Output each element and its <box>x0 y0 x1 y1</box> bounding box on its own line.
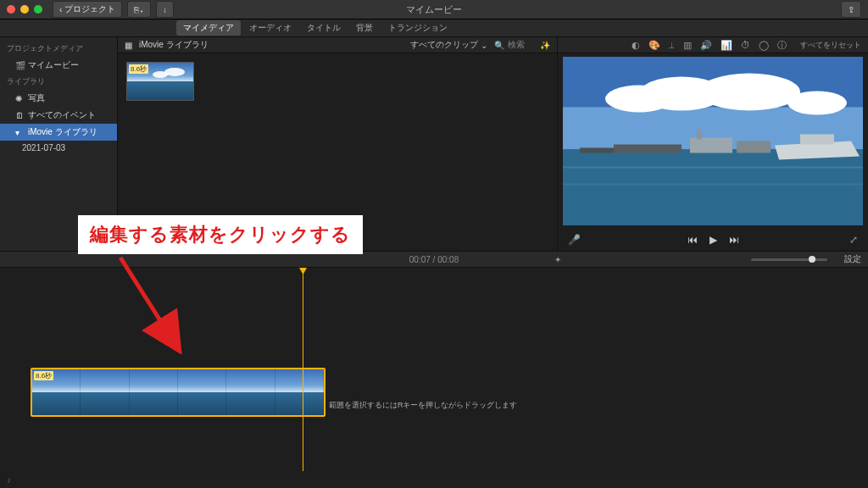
tab-my-media[interactable]: マイメディア <box>176 20 241 36</box>
back-to-projects-button[interactable]: ‹ プロジェクト <box>53 1 122 18</box>
viewer-toolbar: ◐ 🎨 ⟂ ▥ 🔊 📊 ⏱ ◯ ⓘ すべてをリセット <box>558 37 868 53</box>
audio-track-icon: ♪ <box>7 475 11 485</box>
clip-duration-badge: 8.6秒 <box>34 371 53 380</box>
svg-rect-11 <box>614 145 682 153</box>
browser-header: ▦ iMovie ライブラリ すべてのクリップ ⌄ 🔍 検索 ✨ <box>118 37 557 53</box>
share-button[interactable]: ⇪ <box>841 1 861 18</box>
chevron-left-icon: ‹ <box>59 5 62 14</box>
clapper-icon: 🎬 <box>15 61 24 70</box>
browser-title: iMovie ライブラリ <box>139 39 209 51</box>
prev-frame-button[interactable]: ⏮ <box>687 234 698 246</box>
window-controls <box>7 5 42 14</box>
svg-rect-7 <box>690 138 732 153</box>
download-button[interactable]: ↓ <box>156 1 174 18</box>
import-media-button[interactable]: ⎘▾ <box>127 1 151 18</box>
sidebar-item-all-events[interactable]: 🗓 すべてのイベント <box>0 107 117 124</box>
media-clip-thumbnail[interactable]: 8.6秒 <box>126 62 194 101</box>
titlebar: ‹ プロジェクト ⎘▾ ↓ マイムービー ⇪ <box>0 0 868 19</box>
color-balance-icon[interactable]: ◐ <box>632 40 640 51</box>
annotation-callout: 編集する素材をクリックする <box>78 215 363 254</box>
timeline[interactable]: 8.6秒 範囲を選択するにはRキーを押しながらドラッグします ♪ <box>0 268 868 488</box>
settings-button[interactable]: 設定 <box>844 253 861 265</box>
svg-rect-12 <box>580 148 614 153</box>
filter-icon[interactable]: ◯ <box>759 40 769 51</box>
stabilize-icon[interactable]: ▥ <box>683 40 692 51</box>
minimize-window-button[interactable] <box>20 5 29 14</box>
tab-backgrounds[interactable]: 背景 <box>349 20 380 36</box>
range-select-hint: 範囲を選択するにはRキーを押しながらドラッグします <box>329 400 518 411</box>
noise-reduction-icon[interactable]: 📊 <box>721 40 732 51</box>
svg-point-5 <box>698 74 800 111</box>
svg-rect-14 <box>563 184 863 186</box>
preview-viewer: ◐ 🎨 ⟂ ▥ 🔊 📊 ⏱ ◯ ⓘ すべてをリセット <box>557 37 868 251</box>
svg-rect-8 <box>697 130 702 140</box>
svg-rect-13 <box>563 167 863 169</box>
media-tabs: マイメディア オーディオ タイトル 背景 トランジション <box>0 19 868 37</box>
svg-rect-9 <box>737 141 771 153</box>
play-button[interactable]: ▶ <box>709 234 717 246</box>
voiceover-icon[interactable]: 🎤 <box>568 234 581 246</box>
enhance-icon[interactable]: ✨ <box>540 41 550 50</box>
svg-rect-10 <box>800 135 834 145</box>
grid-view-icon[interactable]: ▦ <box>125 41 132 50</box>
volume-icon[interactable]: 🔊 <box>700 40 712 51</box>
share-icon: ⇪ <box>848 5 854 14</box>
search-field[interactable]: 🔍 検索 <box>494 39 525 51</box>
fullscreen-window-button[interactable] <box>34 5 42 14</box>
timeline-clip[interactable]: 8.6秒 <box>31 368 326 417</box>
tab-transitions[interactable]: トランジション <box>381 20 454 36</box>
zoom-slider[interactable] <box>751 258 827 261</box>
photos-icon: ✺ <box>15 94 24 103</box>
search-icon: 🔍 <box>494 41 504 50</box>
download-icon: ↓ <box>163 5 167 14</box>
calendar-icon: 🗓 <box>15 111 24 120</box>
svg-point-6 <box>787 92 847 115</box>
fullscreen-icon[interactable]: ⤢ <box>849 234 858 246</box>
crop-icon[interactable]: ⟂ <box>669 40 675 50</box>
clip-filter-dropdown[interactable]: すべてのクリップ ⌄ <box>410 39 487 51</box>
svg-rect-2 <box>563 150 863 226</box>
tab-titles[interactable]: タイトル <box>300 20 348 36</box>
sidebar-item-event-date[interactable]: 2021-07-03 <box>0 141 117 155</box>
speed-icon[interactable]: ⏱ <box>741 40 750 50</box>
sidebar-item-imovie-library[interactable]: ▾ iMovie ライブラリ <box>0 124 117 141</box>
info-icon[interactable]: ⓘ <box>777 39 787 52</box>
back-label: プロジェクト <box>64 3 115 15</box>
playhead-time: 00:07 / 00:08 <box>409 255 459 264</box>
clip-duration-badge: 8.6秒 <box>129 64 148 74</box>
sidebar-item-photos[interactable]: ✺ 写真 <box>0 90 117 107</box>
chevron-down-icon: ▾ <box>15 128 24 137</box>
sidebar-heading-project-media: プロジェクトメディア <box>0 41 117 57</box>
sidebar-item-my-movie[interactable]: 🎬 マイムービー <box>0 57 117 74</box>
chevron-down-icon: ⌄ <box>481 41 487 50</box>
import-icon: ⎘▾ <box>134 5 144 14</box>
color-correction-icon[interactable]: 🎨 <box>648 40 660 51</box>
next-frame-button[interactable]: ⏭ <box>729 234 739 246</box>
sidebar-heading-libraries: ライブラリ <box>0 74 117 90</box>
magic-wand-icon[interactable]: ✦ <box>554 255 561 264</box>
reset-all-button[interactable]: すべてをリセット <box>800 40 861 51</box>
playback-controls: 🎤 ⏮ ▶ ⏭ ⤢ <box>558 229 868 251</box>
video-preview[interactable] <box>563 57 863 225</box>
tab-audio[interactable]: オーディオ <box>242 20 298 36</box>
playhead[interactable] <box>303 268 303 471</box>
close-window-button[interactable] <box>7 5 15 14</box>
